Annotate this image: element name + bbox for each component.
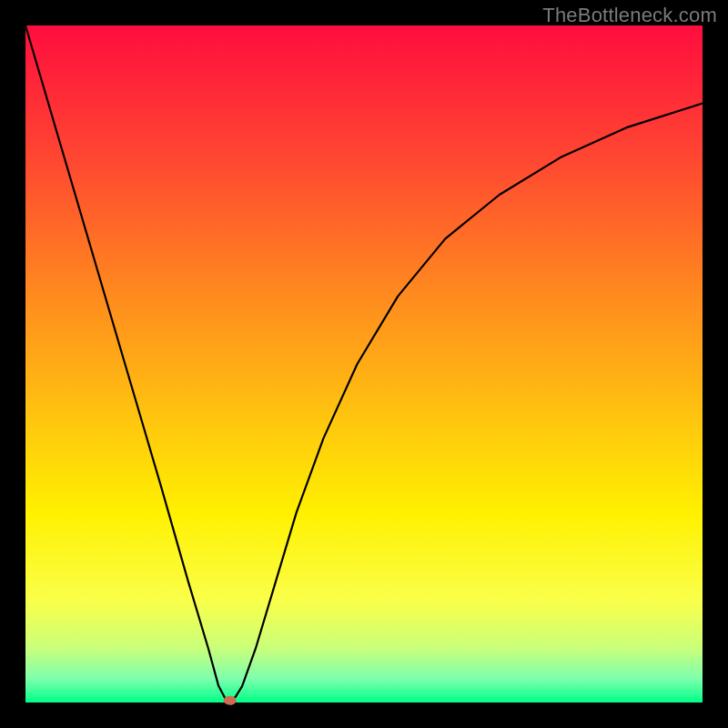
watermark-text: TheBottleneck.com [542,4,717,27]
chart-container: TheBottleneck.com [0,0,728,728]
chart-plot-background [25,25,703,703]
chart-minimum-marker [224,696,237,705]
chart-svg [0,0,728,728]
